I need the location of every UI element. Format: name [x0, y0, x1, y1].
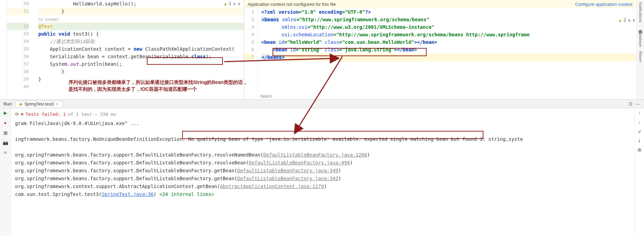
stack-line[interactable]: org.springframework.beans.factory.suppor… [15, 159, 634, 167]
print-icon[interactable]: 🖶 [637, 147, 642, 152]
chevron-up-icon[interactable]: ∧ [628, 18, 631, 23]
left-marker-strip [0, 0, 7, 99]
xml-code[interactable]: ▲ 2 ∧ ∨ <?xml version="1.0" encoding="UT… [258, 8, 644, 99]
code-line: Serializable bean = context.getBean(Seri… [38, 53, 244, 60]
code-line: @Test [38, 23, 244, 30]
close-icon[interactable]: × [56, 102, 59, 107]
code-line: ApplicationContext context = new ClassPa… [38, 45, 244, 53]
layout-icon[interactable]: ▦ [3, 130, 8, 135]
configure-context-link[interactable]: Configure application context [575, 2, 633, 7]
run-label: Run: [3, 101, 13, 107]
code-line: xmlns:xsi="http://www.w3.org/2001/XMLSch… [261, 23, 644, 31]
java-gutter: 30 31 32 33 34 35 36 37 38 39 40 [7, 0, 31, 99]
warning-icon: ▲ [619, 18, 621, 23]
java-inspections[interactable]: ▲ 1 ∧ ∨ [224, 1, 240, 6]
ide-right-toolbar: Notifications 滴滴代码 Database Maven [636, 0, 644, 99]
scroll-to-end-icon[interactable]: ⤓ [637, 138, 641, 143]
minimize-icon[interactable]: — [636, 101, 641, 107]
stack-line[interactable]: org.springframework.beans.factory.suppor… [15, 167, 634, 175]
code-line: <bean id="string" class="java.lang.Strin… [261, 46, 644, 53]
console-right-toolbar: ↑ ↓ ↲ ⤓ 🖶 [634, 108, 644, 236]
chevron-down-icon[interactable]: ∨ [633, 18, 635, 23]
run-tab[interactable]: ◆ SpringTest.test3 × [15, 101, 62, 107]
fail-icon: ✖ [21, 112, 24, 117]
test-status-row: ⟳ ✖ Tests failed: 1 of 1 test – 338 ms [14, 110, 634, 120]
chevron-down-icon[interactable]: ∨ [238, 1, 240, 6]
chevron-up-icon[interactable]: ∧ [233, 1, 236, 6]
stack-line[interactable]: org.springframework.context.support.Abst… [15, 183, 634, 190]
code-line: //通过类型和id获取 [38, 38, 244, 45]
console-line [15, 127, 634, 135]
fail-suffix: of 1 test – 338 ms [68, 112, 116, 117]
code-line: System.out.println(bean); [38, 60, 244, 68]
code-line: public void test3() { [38, 30, 244, 38]
stack-line[interactable]: org.springframework.beans.factory.suppor… [15, 151, 634, 159]
rerun-icon[interactable]: ▶ [4, 110, 7, 115]
camera-icon[interactable]: 📷 [3, 140, 8, 145]
breadcrumb[interactable]: beans [261, 94, 272, 99]
filter-icon[interactable]: ≡ [4, 150, 7, 155]
code-line: HelloWorld.sayHello(); [38, 0, 244, 8]
console-line: ingframework.beans.factory.NoUniqueBeanD… [15, 135, 634, 143]
stack-line[interactable]: com.sun.test.SpringTest.test3(SpringTest… [15, 190, 634, 198]
inlay-usages[interactable]: no usages [38, 15, 244, 23]
warning-icon: ▲ [224, 1, 227, 6]
annotation-text: 序列化接口被很多类都继承了，所以如果通过接口类型来找String的Bean类型的… [68, 79, 248, 92]
notifications-tool[interactable]: Notifications [639, 2, 643, 23]
code-line: <bean id="helloWorld" class="com.sun.bea… [261, 38, 644, 46]
scroll-down-icon[interactable]: ↓ [638, 120, 641, 125]
code-line: } [38, 68, 244, 75]
run-console[interactable]: ⟳ ✖ Tests failed: 1 of 1 test – 338 ms g… [11, 108, 634, 236]
test-icon: ◆ [19, 102, 22, 107]
code-line: xsi:schemaLocation="http://www.springfra… [261, 31, 644, 38]
stop-icon[interactable]: ● [4, 120, 7, 125]
banner-text: Application context not configured for t… [248, 2, 336, 7]
code-line: <?xml version="1.0" encoding="UTF-8"?> [261, 8, 644, 16]
scroll-up-icon[interactable]: ↑ [638, 110, 641, 115]
code-line: </beans> [261, 53, 644, 61]
xml-editor[interactable]: Application context not configured for t… [244, 0, 644, 99]
console-line: gram Files\Java\jdk-9.0.4\bin\java.exe" … [15, 120, 634, 127]
fail-text: Tests failed: 1 [26, 112, 66, 117]
settings-icon[interactable]: ☰ [629, 101, 633, 107]
context-banner: Application context not configured for t… [244, 0, 644, 8]
stack-line[interactable]: org.springframework.beans.factory.suppor… [15, 175, 634, 183]
run-left-toolbar: ▶ ● ▦ 📷 ≡ [0, 108, 11, 236]
history-icon[interactable]: ⟳ [15, 112, 19, 117]
warn-count: 1 [229, 1, 231, 6]
xml-inspections[interactable]: ▲ 2 ∧ ∨ [619, 18, 635, 23]
soft-wrap-icon[interactable]: ↲ [637, 129, 641, 134]
maven-tool[interactable]: Maven [639, 51, 643, 62]
run-tab-label: SpringTest.test3 [24, 102, 54, 107]
warn-count: 2 [623, 18, 626, 23]
run-toolwindow-header: Run: ◆ SpringTest.test3 × ☰ — [0, 99, 644, 108]
database-tool[interactable]: Database [639, 31, 643, 47]
code-line: <beans xmlns="http://www.springframework… [261, 16, 644, 23]
code-line: } [38, 8, 244, 15]
console-line [15, 143, 634, 151]
